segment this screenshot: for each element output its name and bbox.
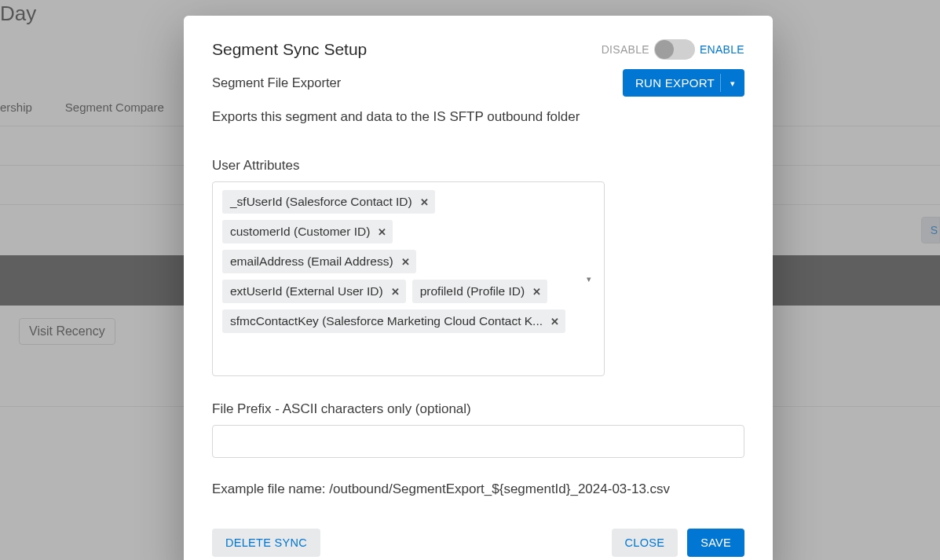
chip-label: emailAddress (Email Address) — [230, 254, 393, 269]
user-attributes-label: User Attributes — [212, 158, 744, 174]
example-file-name: Example file name: /outbound/SegmentExpo… — [212, 481, 744, 497]
file-prefix-label: File Prefix - ASCII characters only (opt… — [212, 401, 744, 417]
attr-chip-profileid: profileId (Profile ID) ✕ — [412, 280, 548, 303]
remove-icon[interactable]: ✕ — [378, 226, 386, 238]
enable-toggle[interactable] — [654, 39, 695, 60]
attr-chip-extuserid: extUserId (External User ID) ✕ — [222, 280, 406, 303]
attr-chip-sfuserid: _sfUserId (Salesforce Contact ID) ✕ — [222, 190, 435, 214]
attr-chip-emailaddress: emailAddress (Email Address) ✕ — [222, 250, 416, 273]
modal-overlay: Segment Sync Setup DISABLE ENABLE Segmen… — [0, 0, 940, 560]
remove-icon[interactable]: ✕ — [550, 316, 559, 328]
segment-sync-modal: Segment Sync Setup DISABLE ENABLE Segmen… — [184, 16, 773, 560]
toggle-label-disable: DISABLE — [602, 43, 649, 56]
chip-label: _sfUserId (Salesforce Contact ID) — [230, 195, 412, 209]
close-button[interactable]: CLOSE — [612, 529, 678, 557]
remove-icon[interactable]: ✕ — [532, 286, 541, 298]
attr-chip-sfmccontactkey: sfmcContactKey (Salesforce Marketing Clo… — [222, 309, 565, 333]
enable-toggle-group: DISABLE ENABLE — [602, 39, 744, 60]
chip-label: extUserId (External User ID) — [230, 284, 383, 298]
chevron-down-icon[interactable]: ▾ — [587, 274, 591, 284]
file-prefix-input[interactable] — [212, 425, 744, 458]
save-button[interactable]: SAVE — [687, 529, 744, 557]
modal-title: Segment Sync Setup — [212, 40, 367, 59]
run-export-button[interactable]: RUN EXPORT — [623, 69, 744, 97]
modal-subtitle: Segment File Exporter — [212, 75, 341, 90]
toggle-label-enable: ENABLE — [700, 43, 744, 56]
remove-icon[interactable]: ✕ — [420, 196, 429, 208]
delete-sync-button[interactable]: DELETE SYNC — [212, 529, 320, 557]
chip-label: customerId (Customer ID) — [230, 225, 370, 239]
chip-label: sfmcContactKey (Salesforce Marketing Clo… — [230, 314, 543, 328]
chip-label: profileId (Profile ID) — [420, 284, 525, 298]
modal-description: Exports this segment and data to the IS … — [212, 109, 744, 125]
user-attributes-select[interactable]: _sfUserId (Salesforce Contact ID) ✕ cust… — [212, 181, 605, 376]
remove-icon[interactable]: ✕ — [391, 286, 400, 298]
attr-chip-customerid: customerId (Customer ID) ✕ — [222, 220, 393, 243]
toggle-knob — [655, 40, 674, 59]
remove-icon[interactable]: ✕ — [401, 256, 410, 268]
